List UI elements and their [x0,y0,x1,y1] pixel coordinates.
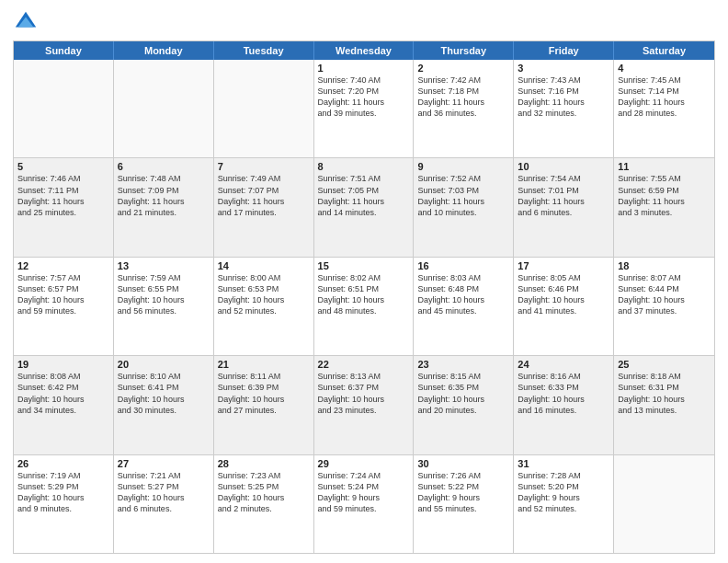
cal-cell: 14Sunrise: 8:00 AM Sunset: 6:53 PM Dayli… [214,258,314,355]
logo [13,9,42,35]
cal-cell: 2Sunrise: 7:42 AM Sunset: 7:18 PM Daylig… [414,60,514,157]
cal-cell: 3Sunrise: 7:43 AM Sunset: 7:16 PM Daylig… [514,60,614,157]
cell-text: Sunrise: 8:18 AM Sunset: 6:31 PM Dayligh… [618,371,711,416]
cell-text: Sunrise: 7:45 AM Sunset: 7:14 PM Dayligh… [618,75,711,120]
day-number: 30 [417,458,509,469]
day-number: 29 [318,458,410,469]
day-number: 3 [518,63,609,74]
cell-text: Sunrise: 7:48 AM Sunset: 7:09 PM Dayligh… [118,173,210,218]
calendar-body: 1Sunrise: 7:40 AM Sunset: 7:20 PM Daylig… [14,60,714,553]
header-day-saturday: Saturday [614,41,714,60]
cal-cell: 20Sunrise: 8:10 AM Sunset: 6:41 PM Dayli… [114,356,214,454]
cell-text: Sunrise: 7:24 AM Sunset: 5:24 PM Dayligh… [318,470,410,515]
day-number: 12 [17,260,109,271]
cell-text: Sunrise: 7:49 AM Sunset: 7:07 PM Dayligh… [218,173,310,218]
day-number: 23 [417,359,509,370]
day-number: 9 [417,161,509,172]
day-number: 21 [218,359,310,370]
week-row-5: 26Sunrise: 7:19 AM Sunset: 5:29 PM Dayli… [14,455,714,553]
cal-cell: 6Sunrise: 7:48 AM Sunset: 7:09 PM Daylig… [114,158,214,256]
cal-cell [614,455,714,553]
week-row-2: 5Sunrise: 7:46 AM Sunset: 7:11 PM Daylig… [14,158,714,257]
cal-cell: 30Sunrise: 7:26 AM Sunset: 5:22 PM Dayli… [414,455,514,553]
cal-cell: 10Sunrise: 7:54 AM Sunset: 7:01 PM Dayli… [514,158,614,256]
cell-text: Sunrise: 8:16 AM Sunset: 6:33 PM Dayligh… [518,371,609,416]
day-number: 7 [218,161,310,172]
cell-text: Sunrise: 7:21 AM Sunset: 5:27 PM Dayligh… [118,470,210,515]
cell-text: Sunrise: 8:15 AM Sunset: 6:35 PM Dayligh… [417,371,509,416]
week-row-3: 12Sunrise: 7:57 AM Sunset: 6:57 PM Dayli… [14,258,714,356]
cell-text: Sunrise: 8:11 AM Sunset: 6:39 PM Dayligh… [218,371,310,416]
day-number: 2 [417,63,509,74]
cell-text: Sunrise: 7:52 AM Sunset: 7:03 PM Dayligh… [417,173,509,218]
cal-cell: 23Sunrise: 8:15 AM Sunset: 6:35 PM Dayli… [414,356,514,454]
cell-text: Sunrise: 7:42 AM Sunset: 7:18 PM Dayligh… [417,75,509,120]
cal-cell: 27Sunrise: 7:21 AM Sunset: 5:27 PM Dayli… [114,455,214,553]
day-number: 4 [618,63,711,74]
cal-cell: 17Sunrise: 8:05 AM Sunset: 6:46 PM Dayli… [514,258,614,355]
cell-text: Sunrise: 8:03 AM Sunset: 6:48 PM Dayligh… [417,272,509,317]
day-number: 18 [618,260,711,271]
header-day-sunday: Sunday [14,41,114,60]
week-row-1: 1Sunrise: 7:40 AM Sunset: 7:20 PM Daylig… [14,60,714,158]
cell-text: Sunrise: 8:07 AM Sunset: 6:44 PM Dayligh… [618,272,711,317]
cal-cell: 21Sunrise: 8:11 AM Sunset: 6:39 PM Dayli… [214,356,314,454]
cal-cell: 8Sunrise: 7:51 AM Sunset: 7:05 PM Daylig… [314,158,415,256]
cal-cell: 19Sunrise: 8:08 AM Sunset: 6:42 PM Dayli… [14,356,114,454]
day-number: 10 [518,161,609,172]
cal-cell: 26Sunrise: 7:19 AM Sunset: 5:29 PM Dayli… [14,455,114,553]
header-day-tuesday: Tuesday [214,41,314,60]
cal-cell: 15Sunrise: 8:02 AM Sunset: 6:51 PM Dayli… [314,258,415,355]
cell-text: Sunrise: 8:08 AM Sunset: 6:42 PM Dayligh… [17,371,109,416]
day-number: 19 [17,359,109,370]
day-number: 17 [518,260,609,271]
cell-text: Sunrise: 7:51 AM Sunset: 7:05 PM Dayligh… [318,173,410,218]
cal-cell: 31Sunrise: 7:28 AM Sunset: 5:20 PM Dayli… [514,455,614,553]
day-number: 15 [318,260,410,271]
cal-cell: 13Sunrise: 7:59 AM Sunset: 6:55 PM Dayli… [114,258,214,355]
cal-cell: 18Sunrise: 8:07 AM Sunset: 6:44 PM Dayli… [614,258,714,355]
calendar: SundayMondayTuesdayWednesdayThursdayFrid… [13,40,715,554]
cell-text: Sunrise: 7:26 AM Sunset: 5:22 PM Dayligh… [417,470,509,515]
header-day-friday: Friday [514,41,614,60]
day-number: 13 [118,260,210,271]
cell-text: Sunrise: 7:55 AM Sunset: 6:59 PM Dayligh… [618,173,711,218]
cal-cell: 28Sunrise: 7:23 AM Sunset: 5:25 PM Dayli… [214,455,314,553]
cell-text: Sunrise: 8:05 AM Sunset: 6:46 PM Dayligh… [518,272,609,317]
day-number: 26 [17,458,109,469]
day-number: 16 [417,260,509,271]
calendar-header: SundayMondayTuesdayWednesdayThursdayFrid… [14,41,714,60]
cal-cell: 4Sunrise: 7:45 AM Sunset: 7:14 PM Daylig… [614,60,714,157]
page: SundayMondayTuesdayWednesdayThursdayFrid… [0,0,728,563]
cell-text: Sunrise: 7:40 AM Sunset: 7:20 PM Dayligh… [318,75,410,120]
cal-cell: 22Sunrise: 8:13 AM Sunset: 6:37 PM Dayli… [314,356,415,454]
cal-cell: 29Sunrise: 7:24 AM Sunset: 5:24 PM Dayli… [314,455,415,553]
day-number: 5 [17,161,109,172]
day-number: 20 [118,359,210,370]
header-day-monday: Monday [114,41,214,60]
cell-text: Sunrise: 7:43 AM Sunset: 7:16 PM Dayligh… [518,75,609,120]
cell-text: Sunrise: 7:54 AM Sunset: 7:01 PM Dayligh… [518,173,609,218]
header-day-thursday: Thursday [414,41,514,60]
header-day-wednesday: Wednesday [314,41,415,60]
cal-cell: 11Sunrise: 7:55 AM Sunset: 6:59 PM Dayli… [614,158,714,256]
cal-cell: 16Sunrise: 8:03 AM Sunset: 6:48 PM Dayli… [414,258,514,355]
cell-text: Sunrise: 7:46 AM Sunset: 7:11 PM Dayligh… [17,173,109,218]
cal-cell: 1Sunrise: 7:40 AM Sunset: 7:20 PM Daylig… [314,60,415,157]
cal-cell: 9Sunrise: 7:52 AM Sunset: 7:03 PM Daylig… [414,158,514,256]
logo-icon [13,9,39,35]
cal-cell: 12Sunrise: 7:57 AM Sunset: 6:57 PM Dayli… [14,258,114,355]
cell-text: Sunrise: 8:13 AM Sunset: 6:37 PM Dayligh… [318,371,410,416]
header [13,9,715,35]
day-number: 25 [618,359,711,370]
cal-cell: 24Sunrise: 8:16 AM Sunset: 6:33 PM Dayli… [514,356,614,454]
cell-text: Sunrise: 7:57 AM Sunset: 6:57 PM Dayligh… [17,272,109,317]
day-number: 14 [218,260,310,271]
cell-text: Sunrise: 7:19 AM Sunset: 5:29 PM Dayligh… [17,470,109,515]
cal-cell [114,60,214,157]
cell-text: Sunrise: 8:00 AM Sunset: 6:53 PM Dayligh… [218,272,310,317]
day-number: 6 [118,161,210,172]
cal-cell: 25Sunrise: 8:18 AM Sunset: 6:31 PM Dayli… [614,356,714,454]
day-number: 31 [518,458,609,469]
cal-cell: 5Sunrise: 7:46 AM Sunset: 7:11 PM Daylig… [14,158,114,256]
